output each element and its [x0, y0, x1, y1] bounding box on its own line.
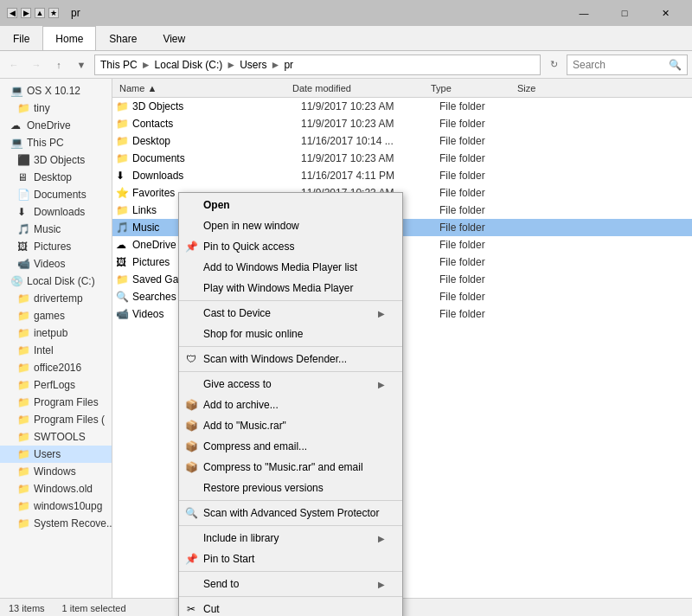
close-button[interactable]: ✕ — [645, 0, 685, 26]
sidebar-item-intel[interactable]: 📁 Intel — [0, 342, 112, 359]
folder-icon-pf: 📁 — [17, 396, 29, 408]
folder-icon-od: ☁ — [116, 239, 130, 251]
tab-view[interactable]: View — [150, 26, 198, 50]
sidebar-item-win10upg[interactable]: 📁 windows10upg — [0, 497, 112, 515]
folder-icon-inet: 📁 — [17, 327, 29, 339]
sidebar-item-3dobjects[interactable]: ⬛ 3D Objects — [0, 151, 112, 169]
tab-home[interactable]: Home — [42, 26, 96, 50]
sidebar-item-perflogs[interactable]: 📁 PerfLogs — [0, 376, 112, 394]
search-input[interactable] — [573, 59, 669, 71]
tb-forward[interactable]: ▶ — [21, 8, 31, 18]
sidebar-item-users[interactable]: 📁 Users — [0, 446, 112, 463]
cm-scan-defender[interactable]: 🛡 Scan with Windows Defender... — [179, 349, 402, 369]
col-header-name[interactable]: Name ▲ — [116, 79, 289, 97]
folder-icon-music: 🎵 — [116, 221, 130, 234]
cm-shop-music[interactable]: Shop for music online — [179, 324, 402, 344]
cm-scan-advanced[interactable]: 🔍 Scan with Advanced System Protector — [179, 503, 402, 523]
search-box[interactable]: 🔍 — [567, 55, 688, 75]
sidebar-item-progfiles2[interactable]: 📁 Program Files ( — [0, 411, 112, 428]
tab-share[interactable]: Share — [96, 26, 150, 50]
cm-compress-rar-email[interactable]: 📦 Compress to "Music.rar" and email — [179, 457, 402, 478]
sidebar-item-office[interactable]: 📁 office2016 — [0, 359, 112, 376]
recent-button[interactable]: ▼ — [72, 55, 91, 74]
cm-pin-start[interactable]: 📌 Pin to Start — [179, 549, 402, 569]
table-row[interactable]: 📁 Desktop 11/16/2017 10:14 ... File fold… — [112, 132, 692, 150]
tb-qaccess[interactable]: ★ — [48, 8, 59, 18]
sidebar-item-documents[interactable]: 📄 Documents — [0, 186, 112, 203]
cm-sep6 — [179, 571, 402, 572]
breadcrumb-disk: Local Disk (C:) — [155, 59, 223, 71]
folder-icon-contacts: 📁 — [116, 118, 130, 130]
cm-pin-quick[interactable]: 📌 Pin to Quick access — [179, 236, 402, 257]
archive-icon-2: 📦 — [184, 419, 198, 433]
item-count: 13 items — [9, 603, 45, 613]
sidebar-item-localdisk[interactable]: 💿 Local Disk (C:) — [0, 273, 112, 290]
sidebar-item-pictures[interactable]: 🖼 Pictures — [0, 238, 112, 255]
sidebar-item-videos[interactable]: 📹 Videos — [0, 255, 112, 273]
sidebar-item-osx[interactable]: 💻 OS X 10.12 — [0, 82, 112, 99]
table-row[interactable]: 📁 Contacts 11/9/2017 10:23 AM File folde… — [112, 115, 692, 132]
folder-icon-win: 📁 — [17, 465, 29, 478]
cm-include-library[interactable]: Include in library ▶ — [179, 528, 402, 549]
table-row[interactable]: 📁 3D Objects 11/9/2017 10:23 AM File fol… — [112, 98, 692, 115]
back-button[interactable]: ← — [4, 55, 23, 74]
cm-compress-email[interactable]: 📦 Compress and email... — [179, 436, 402, 457]
music-icon: 🎵 — [17, 223, 29, 235]
col-header-date[interactable]: Date modified — [289, 79, 427, 97]
sidebar-item-inetpub[interactable]: 📁 inetpub — [0, 324, 112, 342]
cm-add-wmp[interactable]: Add to Windows Media Player list — [179, 257, 402, 278]
context-menu: Open Open in new window 📌 Pin to Quick a… — [178, 192, 403, 616]
cm-add-archive[interactable]: 📦 Add to archive... — [179, 395, 402, 415]
sidebar-item-sysrecov[interactable]: 📁 System Recove... — [0, 515, 112, 532]
tb-up[interactable]: ▲ — [35, 8, 45, 18]
sidebar-item-windowsold[interactable]: 📁 Windows.old — [0, 480, 112, 497]
tab-file[interactable]: File — [0, 26, 42, 50]
cm-sep2 — [179, 346, 402, 347]
folder-icon-dt: 📁 — [17, 292, 29, 305]
arrow-icon: ▶ — [378, 309, 385, 318]
selected-count: 1 item selected — [62, 603, 126, 613]
folder-icon-wold: 📁 — [17, 483, 29, 495]
minimize-button[interactable]: — — [564, 0, 604, 26]
tb-back[interactable]: ◀ — [7, 8, 17, 18]
sidebar-item-onedrive[interactable]: ☁ OneDrive — [0, 117, 112, 134]
col-header-type[interactable]: Type — [427, 79, 514, 97]
table-row[interactable]: 📁 Documents 11/9/2017 10:23 AM File fold… — [112, 150, 692, 167]
search-icon: 🔍 — [669, 59, 682, 71]
folder-icon-office: 📁 — [17, 362, 29, 374]
title-bar: ◀ ▶ ▲ ★ pr — □ ✕ — [0, 0, 692, 26]
sidebar-item-music[interactable]: 🎵 Music — [0, 221, 112, 238]
sidebar-item-desktop[interactable]: 🖥 Desktop — [0, 169, 112, 186]
breadcrumb[interactable]: This PC ► Local Disk (C:) ► Users ► pr — [94, 55, 541, 75]
cm-cast[interactable]: Cast to Device ▶ — [179, 303, 402, 324]
sidebar: 💻 OS X 10.12 📁 tiny ☁ OneDrive 💻 This PC… — [0, 79, 112, 598]
refresh-button[interactable]: ↻ — [544, 55, 563, 74]
sidebar-item-drivertemp[interactable]: 📁 drivertemp — [0, 290, 112, 307]
folder-icon-vid: 📹 — [116, 308, 130, 320]
cm-send-to[interactable]: Send to ▶ — [179, 574, 402, 594]
cm-restore-versions[interactable]: Restore previous versions — [179, 478, 402, 498]
sidebar-item-tiny[interactable]: 📁 tiny — [0, 99, 112, 117]
cm-give-access[interactable]: Give access to ▶ — [179, 374, 402, 395]
folder-icon-users: 📁 — [17, 448, 29, 460]
sidebar-item-progfiles[interactable]: 📁 Program Files — [0, 394, 112, 411]
sidebar-item-windows[interactable]: 📁 Windows — [0, 463, 112, 480]
sidebar-item-swtools[interactable]: 📁 SWTOOLS — [0, 428, 112, 446]
sidebar-item-games[interactable]: 📁 games — [0, 307, 112, 324]
folder-icon-sw: 📁 — [17, 431, 29, 443]
address-bar: ← → ↑ ▼ This PC ► Local Disk (C:) ► User… — [0, 51, 692, 79]
table-row[interactable]: ⬇ Downloads 11/16/2017 4:11 PM File fold… — [112, 167, 692, 184]
cm-open-new-window[interactable]: Open in new window — [179, 215, 402, 236]
sidebar-item-downloads[interactable]: ⬇ Downloads — [0, 203, 112, 221]
maximize-button[interactable]: □ — [605, 0, 644, 26]
col-header-size[interactable]: Size — [514, 79, 583, 97]
cut-icon: ✂ — [184, 602, 198, 616]
up-button[interactable]: ↑ — [49, 55, 68, 74]
forward-button[interactable]: → — [27, 55, 46, 74]
cm-add-rar[interactable]: 📦 Add to "Music.rar" — [179, 415, 402, 436]
cm-cut[interactable]: ✂ Cut — [179, 599, 402, 616]
cm-open[interactable]: Open — [179, 195, 402, 215]
sidebar-item-thispc[interactable]: 💻 This PC — [0, 134, 112, 151]
cm-play-wmp[interactable]: Play with Windows Media Player — [179, 278, 402, 298]
folder-icon-games: 📁 — [17, 310, 29, 322]
